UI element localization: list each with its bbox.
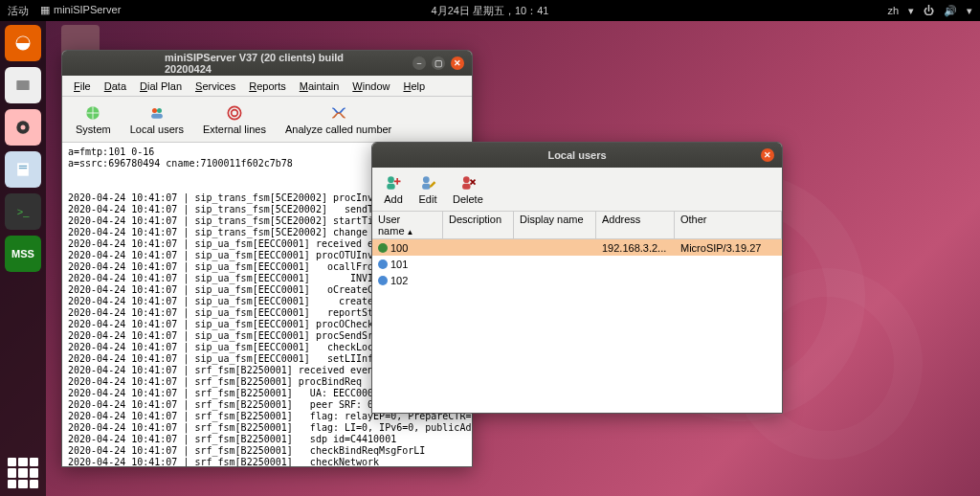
svg-point-13	[388, 176, 394, 183]
tb-delete[interactable]: Delete	[445, 171, 491, 207]
menu-data[interactable]: Data	[99, 79, 132, 94]
show-apps-button[interactable]	[8, 458, 38, 488]
svg-rect-6	[19, 168, 27, 169]
table-row[interactable]: 101	[372, 256, 782, 272]
svg-rect-1	[16, 80, 29, 90]
svg-rect-10	[151, 114, 163, 119]
dock-terminal[interactable]: >_	[5, 193, 41, 230]
clock[interactable]: 4月24日 星期五，10：41	[432, 4, 549, 18]
dock-mss[interactable]: MSS	[5, 236, 41, 272]
svg-rect-18	[462, 184, 470, 190]
svg-rect-16	[422, 184, 430, 190]
col-username[interactable]: User name▲	[372, 212, 443, 238]
dock-rhythmbox[interactable]	[5, 109, 41, 146]
volume-icon[interactable]: 🔊	[944, 5, 957, 17]
window-local-users: Local users ✕ Add Edit Delete User name▲…	[371, 142, 783, 414]
user-icon	[378, 276, 388, 285]
lang-indicator[interactable]: zh	[887, 5, 899, 16]
tb-add[interactable]: Add	[376, 171, 411, 207]
svg-point-3	[21, 125, 26, 130]
menu-maintain[interactable]: Maintain	[294, 79, 345, 94]
window-title: Local users	[547, 149, 606, 161]
titlebar[interactable]: Local users ✕	[372, 143, 782, 168]
network-icon[interactable]: ▾	[908, 5, 914, 17]
toolbar: Add Edit Delete	[372, 168, 782, 212]
svg-rect-5	[19, 166, 27, 167]
window-title: miniSIPServer V37 (20 clients) build 202…	[165, 52, 369, 75]
app-menu[interactable]: ▦miniSIPServer	[40, 4, 121, 18]
power-icon[interactable]: ▾	[967, 5, 972, 17]
toolbar: System Local users External lines Analyz…	[62, 97, 472, 143]
dock-writer[interactable]	[5, 151, 41, 188]
user-icon	[378, 259, 388, 269]
svg-point-9	[157, 108, 162, 113]
svg-point-11	[228, 106, 240, 119]
svg-point-15	[423, 176, 430, 183]
user-icon	[378, 243, 388, 253]
menu-window[interactable]: Window	[346, 79, 395, 94]
col-other[interactable]: Other	[675, 212, 782, 238]
minimize-button[interactable]: –	[412, 56, 426, 70]
system-topbar: 活动 ▦miniSIPServer 4月24日 星期五，10：41 zh ▾ ⏻…	[0, 0, 980, 21]
tb-local-users[interactable]: Local users	[121, 101, 193, 137]
menu-reports[interactable]: Reports	[243, 79, 292, 94]
table-row[interactable]: 102	[372, 272, 782, 288]
svg-point-12	[232, 110, 238, 117]
svg-point-17	[463, 176, 470, 183]
col-address[interactable]: Address	[596, 212, 675, 238]
menu-file[interactable]: File	[68, 79, 97, 94]
svg-rect-4	[17, 163, 29, 175]
close-button[interactable]: ✕	[761, 148, 774, 162]
menubar: FileDataDial PlanServicesReportsMaintain…	[62, 76, 472, 97]
svg-rect-14	[387, 184, 394, 190]
col-description[interactable]: Description	[443, 212, 514, 238]
titlebar[interactable]: miniSIPServer V37 (20 clients) build 202…	[62, 51, 472, 76]
table-row[interactable]: 100192.168.3.2...MicroSIP/3.19.27	[372, 239, 782, 256]
col-displayname[interactable]: Display name	[514, 212, 596, 238]
dock-firefox[interactable]	[5, 25, 41, 61]
tb-edit[interactable]: Edit	[411, 171, 445, 207]
menu-services[interactable]: Services	[189, 79, 241, 94]
menu-dial-plan[interactable]: Dial Plan	[134, 79, 188, 94]
tb-external-lines[interactable]: External lines	[193, 101, 276, 137]
activities-button[interactable]: 活动	[8, 4, 29, 18]
table-body[interactable]: 100192.168.3.2...MicroSIP/3.19.27101102	[372, 239, 782, 413]
dock-files[interactable]	[5, 67, 41, 103]
table-header: User name▲ Description Display name Addr…	[372, 212, 782, 239]
maximize-button[interactable]: ▢	[432, 56, 445, 70]
sort-asc-icon: ▲	[407, 228, 414, 237]
tb-analyze[interactable]: Analyze called number	[276, 101, 401, 137]
svg-point-8	[152, 108, 157, 113]
menu-help[interactable]: Help	[397, 79, 431, 94]
a11y-icon[interactable]: ⏻	[924, 5, 934, 16]
launcher-dock: >_ MSS	[0, 21, 46, 496]
tb-system[interactable]: System	[66, 101, 121, 137]
close-button[interactable]: ✕	[451, 56, 464, 70]
